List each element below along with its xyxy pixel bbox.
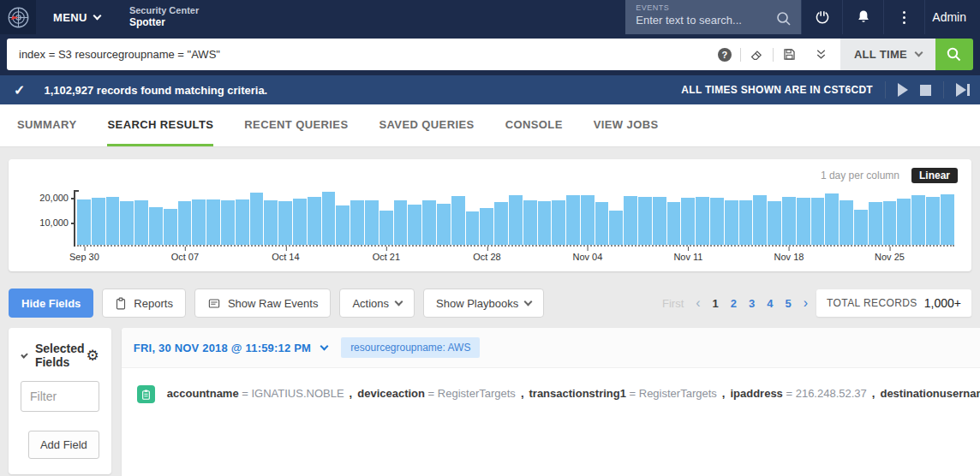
histogram-bar[interactable] — [134, 200, 148, 245]
histogram-bar[interactable] — [681, 198, 695, 245]
histogram-bar[interactable] — [552, 200, 565, 245]
histogram-bar[interactable] — [365, 200, 379, 245]
histogram-bar[interactable] — [566, 195, 580, 245]
event-detail-row[interactable]: accountname = IGNATIUS.NOBLE,deviceactio… — [122, 368, 980, 414]
histogram-bar[interactable] — [192, 199, 206, 245]
histogram-bar[interactable] — [77, 199, 91, 245]
histogram-bar[interactable] — [696, 197, 709, 245]
histogram-bar[interactable] — [350, 200, 364, 245]
histogram-bar[interactable] — [523, 200, 537, 245]
pagination-page-5[interactable]: 5 — [786, 297, 792, 310]
histogram-bar[interactable] — [897, 199, 911, 245]
help-icon[interactable]: ? — [718, 48, 732, 62]
expand-double-chevron-icon[interactable] — [814, 47, 828, 62]
histogram-bar[interactable] — [308, 197, 321, 245]
histogram-bar[interactable] — [250, 193, 264, 245]
power-button[interactable] — [801, 0, 842, 34]
menu-button[interactable]: MENU — [36, 0, 117, 34]
histogram-bar[interactable] — [394, 200, 408, 245]
histogram-bar[interactable] — [164, 209, 177, 245]
histogram-bar[interactable] — [941, 194, 954, 245]
event-timestamp-toggle[interactable]: FRI, 30 NOV 2018 @ 11:59:12 PM — [134, 342, 327, 354]
histogram-bar[interactable] — [911, 195, 925, 245]
query-input[interactable]: index = S3 resourcegroupname = "AWS" — [7, 48, 706, 61]
histogram-bar[interactable] — [581, 195, 595, 245]
pagination-first[interactable]: First — [662, 297, 684, 310]
histogram-bar[interactable] — [509, 195, 523, 245]
tab-console[interactable]: CONSOLE — [505, 104, 563, 146]
collapse-chevron-icon[interactable] — [21, 351, 27, 358]
admin-user-menu[interactable]: Admin — [924, 0, 980, 34]
histogram-bar[interactable] — [854, 210, 868, 245]
play-button[interactable] — [898, 83, 908, 97]
events-search-box[interactable]: EVENTS — [625, 0, 801, 34]
histogram-bar[interactable] — [768, 201, 781, 245]
histogram-bar[interactable] — [92, 198, 105, 245]
event-field-destinationusername[interactable]: destinationusername = Ignatius.Noble — [880, 387, 980, 400]
event-field-deviceaction[interactable]: deviceaction = RegisterTargets — [357, 387, 516, 400]
pagination-page-1[interactable]: 1 — [713, 297, 719, 310]
histogram-bar[interactable] — [422, 200, 436, 245]
histogram-bar[interactable] — [437, 204, 451, 245]
time-range-dropdown[interactable]: ALL TIME — [840, 39, 935, 70]
histogram-bar[interactable] — [264, 200, 278, 245]
event-field-transactionstring1[interactable]: transactionstring1 = RegisterTargets — [529, 387, 717, 400]
histogram-bar[interactable] — [653, 197, 666, 245]
hide-fields-button[interactable]: Hide Fields — [9, 289, 93, 318]
notifications-button[interactable] — [842, 0, 883, 34]
histogram-bar[interactable] — [883, 201, 897, 245]
histogram-bar[interactable] — [609, 211, 623, 245]
histogram-bar[interactable] — [278, 201, 292, 245]
run-search-button[interactable] — [935, 39, 973, 70]
step-forward-button[interactable] — [956, 83, 970, 97]
histogram-bars[interactable] — [77, 188, 954, 247]
fields-filter-input[interactable] — [21, 381, 99, 412]
histogram-bar[interactable] — [480, 208, 493, 245]
histogram-bar[interactable] — [811, 198, 825, 245]
histogram-bar[interactable] — [638, 197, 652, 245]
tab-saved-queries[interactable]: SAVED QUERIES — [379, 104, 474, 146]
histogram-bar[interactable] — [869, 202, 882, 245]
app-logo[interactable] — [0, 0, 36, 34]
tab-summary[interactable]: SUMMARY — [17, 104, 76, 146]
pagination-page-4[interactable]: 4 — [767, 297, 773, 310]
histogram-bar[interactable] — [236, 199, 249, 245]
histogram-bar[interactable] — [322, 192, 336, 245]
histogram-bar[interactable] — [293, 199, 307, 245]
show-raw-events-button[interactable]: Show Raw Events — [194, 289, 332, 318]
tab-recent-queries[interactable]: RECENT QUERIES — [244, 104, 348, 146]
histogram-bar[interactable] — [120, 201, 134, 245]
histogram-bar[interactable] — [797, 198, 810, 245]
timeline-histogram[interactable]: 10,00020,000 — [77, 188, 954, 247]
chart-scale-toggle[interactable]: Linear — [911, 168, 958, 183]
more-options-button[interactable] — [883, 0, 924, 34]
histogram-bar[interactable] — [926, 197, 940, 245]
histogram-bar[interactable] — [336, 205, 350, 245]
histogram-bar[interactable] — [739, 200, 753, 245]
histogram-bar[interactable] — [753, 195, 767, 245]
pagination-page-3[interactable]: 3 — [749, 297, 755, 310]
histogram-bar[interactable] — [106, 197, 120, 245]
tab-view-jobs[interactable]: VIEW JOBS — [594, 104, 659, 146]
actions-dropdown[interactable]: Actions — [339, 289, 415, 318]
pagination-next[interactable]: › — [804, 295, 808, 311]
histogram-bar[interactable] — [149, 207, 163, 245]
histogram-bar[interactable] — [595, 202, 609, 245]
tab-search-results[interactable]: SEARCH RESULTS — [107, 104, 213, 146]
histogram-bar[interactable] — [624, 196, 637, 245]
histogram-bar[interactable] — [725, 200, 738, 245]
histogram-bar[interactable] — [379, 211, 393, 245]
query-input-wrap[interactable]: index = S3 resourcegroupname = "AWS" ? — [7, 39, 840, 70]
histogram-bar[interactable] — [710, 198, 724, 245]
show-playbooks-dropdown[interactable]: Show Playbooks — [423, 289, 544, 318]
pagination-page-2[interactable]: 2 — [731, 297, 737, 310]
reports-button[interactable]: Reports — [102, 289, 186, 318]
histogram-bar[interactable] — [667, 202, 681, 245]
clear-eraser-icon[interactable] — [750, 47, 764, 62]
histogram-bar[interactable] — [221, 200, 235, 245]
gear-icon[interactable]: ⚙ — [87, 348, 99, 363]
histogram-bar[interactable] — [840, 200, 853, 245]
events-search-input[interactable] — [636, 14, 775, 27]
histogram-bar[interactable] — [466, 211, 480, 245]
histogram-bar[interactable] — [782, 197, 796, 245]
